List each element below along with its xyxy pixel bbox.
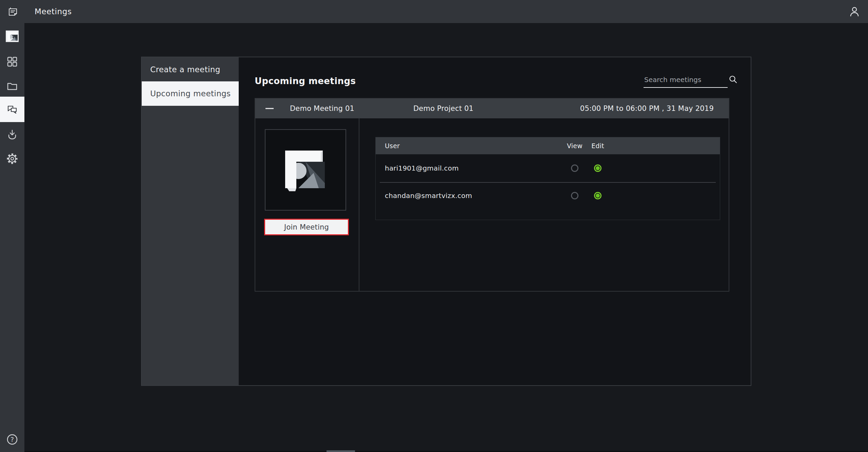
meeting-notes-icon[interactable]: [7, 6, 18, 17]
menu-item-upcoming-meetings[interactable]: Upcoming meetings: [142, 81, 239, 106]
meeting-card-header: Demo Meeting 01 Demo Project 01 05:00 PM…: [255, 99, 729, 118]
dashboard-grid-icon: [6, 56, 18, 68]
user-profile-icon[interactable]: [848, 5, 861, 18]
meetings-menu: Create a meeting Upcoming meetings: [142, 57, 239, 385]
user-email: hari1901@gmail.com: [385, 164, 459, 172]
meetings-panel: Create a meeting Upcoming meetings Upcom…: [141, 57, 751, 386]
collapse-minus-icon[interactable]: [265, 108, 274, 109]
column-header-view: View: [567, 142, 583, 150]
meeting-preview-column: Join Meeting: [255, 118, 359, 291]
edit-radio[interactable]: [594, 192, 601, 199]
search-input[interactable]: [644, 76, 729, 85]
column-header-user: User: [385, 142, 400, 150]
meeting-users-column: User View Edit hari1901@gmail.com chanda…: [359, 118, 729, 291]
user-permissions-table: User View Edit hari1901@gmail.com chanda…: [375, 137, 720, 220]
meeting-schedule: 05:00 PM to 06:00 PM , 31 May 2019: [580, 104, 714, 113]
top-bar: Meetings: [0, 0, 868, 23]
sidebar-item-dashboard[interactable]: [0, 56, 24, 68]
user-email: chandan@smartvizx.com: [385, 192, 472, 200]
sidebar-nav: ?: [0, 23, 24, 452]
projects-folder-icon: [6, 80, 18, 92]
meeting-name: Demo Meeting 01: [290, 104, 354, 113]
meeting-card: Demo Meeting 01 Demo Project 01 05:00 PM…: [255, 98, 729, 292]
sidebar-item-downloads[interactable]: [0, 128, 24, 140]
meeting-thumbnail: [265, 129, 346, 211]
column-header-edit: Edit: [591, 142, 604, 150]
edit-radio[interactable]: [594, 164, 601, 172]
bottom-scrollbar-thumb[interactable]: [327, 450, 355, 452]
menu-item-create-meeting[interactable]: Create a meeting: [142, 57, 239, 81]
app-logo-icon: [6, 31, 19, 42]
svg-text:?: ?: [11, 436, 14, 443]
table-row: chandan@smartvizx.com: [376, 183, 720, 209]
search-box: [644, 74, 728, 88]
meeting-card-body: Join Meeting User View Edit hari1901@gma…: [255, 118, 729, 291]
help-question-icon: ?: [6, 433, 18, 446]
trezi-logo-image: [280, 143, 331, 197]
meeting-project: Demo Project 01: [413, 104, 473, 113]
app-logo[interactable]: [0, 31, 24, 42]
upcoming-meetings-content: Upcoming meetings Demo Meeting 01 Demo P…: [239, 57, 751, 385]
page-title: Meetings: [35, 7, 72, 16]
meetings-chat-icon: [6, 103, 18, 116]
sidebar-item-projects[interactable]: [0, 80, 24, 92]
table-header-row: User View Edit: [376, 137, 720, 154]
section-heading: Upcoming meetings: [255, 76, 356, 86]
join-meeting-button[interactable]: Join Meeting: [264, 219, 349, 235]
view-radio[interactable]: [571, 164, 578, 172]
table-row: hari1901@gmail.com: [376, 154, 720, 182]
settings-gear-icon: [6, 152, 19, 165]
help-button[interactable]: ?: [0, 433, 24, 446]
sidebar-item-meetings[interactable]: [0, 103, 24, 116]
sidebar-item-settings[interactable]: [0, 152, 24, 165]
search-icon[interactable]: [729, 75, 737, 84]
downloads-icon: [6, 128, 18, 140]
view-radio[interactable]: [571, 192, 578, 199]
